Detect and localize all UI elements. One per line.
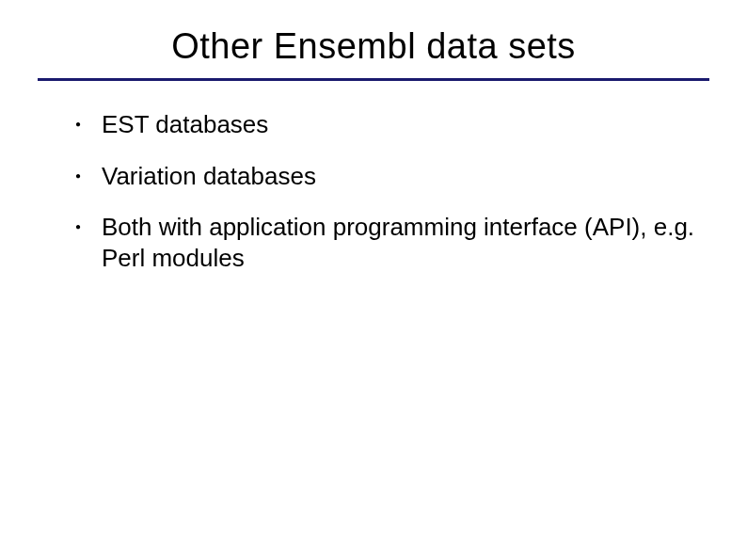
slide: Other Ensembl data sets EST databases Va…	[0, 0, 747, 560]
bullet-text: Both with application programming interf…	[102, 213, 694, 272]
bullet-text: Variation databases	[102, 162, 316, 190]
list-item: Both with application programming interf…	[75, 212, 709, 273]
list-item: Variation databases	[75, 161, 709, 192]
bullet-text: EST databases	[102, 110, 268, 138]
bullet-list: EST databases Variation databases Both w…	[38, 109, 709, 273]
list-item: EST databases	[75, 109, 709, 140]
slide-title: Other Ensembl data sets	[38, 26, 709, 67]
title-divider	[38, 78, 709, 81]
